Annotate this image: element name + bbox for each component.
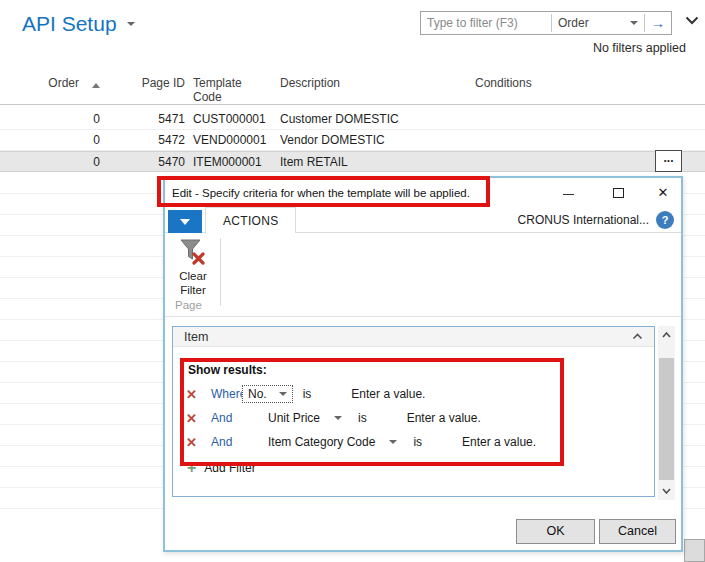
column-header-order[interactable]: Order <box>0 76 100 90</box>
cell-page-id: 5472 <box>100 133 185 147</box>
scroll-down-button[interactable] <box>658 482 675 500</box>
cell-template-code: CUST000001 <box>185 112 272 126</box>
cancel-button[interactable]: Cancel <box>599 519 676 544</box>
filter-column-caret-icon <box>630 21 638 25</box>
section-title: Item <box>184 330 632 344</box>
page-title-caret-icon[interactable] <box>127 22 135 26</box>
help-icon[interactable]: ? <box>656 211 674 229</box>
background-button-fragment <box>684 539 705 562</box>
conditions-assist-edit-button[interactable]: ... <box>655 150 682 172</box>
clear-filter-icon <box>178 237 208 267</box>
maximize-icon <box>613 188 624 198</box>
annotation-box-filters <box>180 358 564 466</box>
table-row[interactable]: 0 5472 VEND000001 Vendor DOMESTIC <box>0 130 705 151</box>
vertical-scrollbar[interactable] <box>658 326 675 500</box>
maximize-button[interactable] <box>603 178 633 207</box>
cell-description: Vendor DOMESTIC <box>272 133 467 147</box>
ribbon: Clear Filter Page <box>165 233 681 317</box>
collapse-chevron-icon[interactable] <box>632 333 643 340</box>
cell-template-code: ITEM000001 <box>185 155 272 169</box>
filter-pane-chevron-icon[interactable] <box>685 16 699 25</box>
cell-page-id: 5471 <box>100 112 185 126</box>
column-header-conditions[interactable]: Conditions <box>467 76 532 90</box>
table-row-selected[interactable]: 0 5470 ITEM000001 Item RETAIL <box>0 151 705 172</box>
cell-page-id: 5470 <box>100 155 185 169</box>
clear-filter-button[interactable]: Clear Filter <box>169 237 217 298</box>
no-filters-status: No filters applied <box>593 41 686 55</box>
cell-template-code: VEND000001 <box>185 133 272 147</box>
apply-filter-arrow-icon[interactable]: → <box>645 15 671 31</box>
table-row[interactable]: 0 5471 CUST000001 Customer DOMESTIC <box>0 109 705 130</box>
chevron-up-icon <box>662 332 671 338</box>
application-menu-button[interactable] <box>168 210 202 233</box>
sort-ascending-icon <box>92 83 100 88</box>
cell-order: 0 <box>0 155 100 169</box>
close-icon: ✕ <box>658 186 669 199</box>
ribbon-divider <box>220 238 221 306</box>
column-header-description[interactable]: Description <box>272 76 467 90</box>
minimize-icon <box>563 194 574 195</box>
filter-column-dropdown[interactable]: Order <box>552 16 644 30</box>
scroll-up-button[interactable] <box>658 326 675 344</box>
ok-button[interactable]: OK <box>516 519 595 544</box>
page-title: API Setup <box>22 12 117 36</box>
filter-column-label: Order <box>558 16 624 30</box>
company-label: CRONUS International... <box>518 207 649 233</box>
chevron-down-icon <box>662 488 671 494</box>
cell-description: Customer DOMESTIC <box>272 112 467 126</box>
menu-caret-icon <box>180 219 190 225</box>
cell-order: 0 <box>0 112 100 126</box>
tab-actions[interactable]: ACTIONS <box>205 207 296 233</box>
ribbon-tab-row: ACTIONS CRONUS International... ? <box>165 207 681 233</box>
annotation-box-title <box>157 176 490 207</box>
scrollbar-thumb[interactable] <box>659 358 674 480</box>
column-header-template-code[interactable]: Template Code <box>185 76 272 104</box>
clear-filter-label: Clear Filter <box>176 269 210 298</box>
minimize-button[interactable] <box>553 178 583 207</box>
filter-bar: Order → <box>420 11 672 35</box>
close-button[interactable]: ✕ <box>648 178 678 207</box>
cell-order: 0 <box>0 133 100 147</box>
ribbon-group-label: Page <box>175 299 202 311</box>
section-header-item[interactable]: Item <box>173 327 654 347</box>
column-header-page-id[interactable]: Page ID <box>100 76 185 90</box>
filter-search-input[interactable] <box>421 16 551 30</box>
app-window: API Setup Order → No filters applied Ord… <box>0 0 705 562</box>
table-header-row: Order Page ID Template Code Description … <box>0 73 705 105</box>
cell-description: Item RETAIL <box>272 155 467 169</box>
